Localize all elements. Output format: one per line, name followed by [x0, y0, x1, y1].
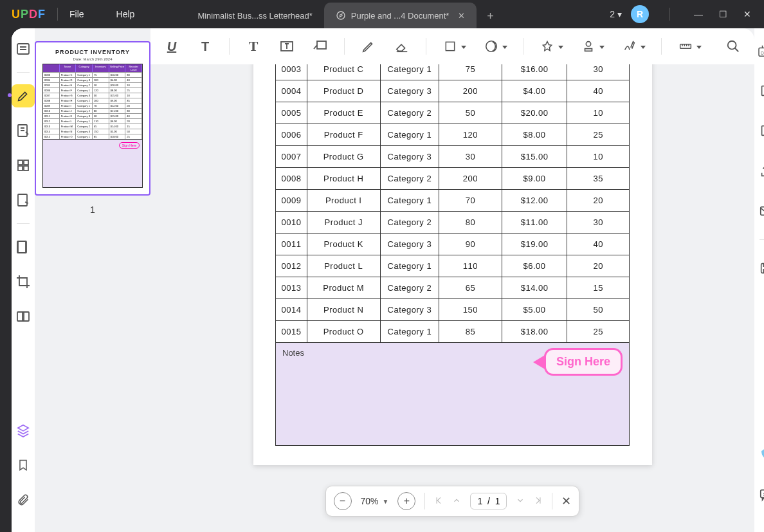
- svg-rect-13: [317, 41, 326, 49]
- first-page-button[interactable]: [434, 496, 443, 507]
- divider: [661, 38, 662, 55]
- eraser-icon[interactable]: [392, 37, 412, 56]
- share-icon[interactable]: [754, 160, 764, 183]
- table-cell: 70: [439, 190, 502, 212]
- prev-page-button[interactable]: [452, 496, 461, 507]
- svg-rect-4: [24, 160, 28, 165]
- edit-text-icon[interactable]: [12, 119, 35, 142]
- thumb-page-number: 1: [90, 205, 95, 215]
- workspace: PRODUCT INVENTORY Date: March 29th 2024 …: [12, 28, 764, 532]
- compare-icon[interactable]: [12, 305, 35, 328]
- user-count[interactable]: 2 ▾: [610, 9, 622, 19]
- email-icon[interactable]: [754, 199, 764, 223]
- table-cell: $18.00: [502, 321, 567, 343]
- thumb-doc-date: Date: March 29th 2024: [42, 57, 143, 61]
- attachment-icon[interactable]: [12, 488, 35, 511]
- organize-pages-icon[interactable]: [12, 154, 35, 177]
- text-style-icon[interactable]: T: [196, 37, 215, 56]
- zoom-level-dropdown[interactable]: 70% ▼: [361, 496, 389, 506]
- table-cell: 0003: [276, 64, 307, 80]
- window-close-button[interactable]: ✕: [740, 9, 755, 19]
- svg-rect-22: [762, 126, 764, 136]
- page-indicator[interactable]: 1 / 1: [470, 493, 507, 509]
- ai-assistant-icon[interactable]: [754, 443, 764, 466]
- table-row: 0008Product HCategory 2200$9.0035: [276, 168, 630, 190]
- convert-icon[interactable]: [754, 80, 764, 103]
- total-pages: 1: [495, 496, 500, 506]
- svg-point-0: [337, 12, 345, 19]
- shape-picker[interactable]: [441, 37, 460, 56]
- table-cell: Category 3: [380, 146, 439, 168]
- textbox-icon[interactable]: [277, 37, 296, 56]
- window-minimize-button[interactable]: —: [691, 9, 706, 19]
- comment-icon[interactable]: [754, 483, 764, 506]
- close-controls-button[interactable]: ✕: [561, 494, 571, 508]
- table-cell: $11.00: [502, 212, 567, 234]
- svg-rect-7: [18, 194, 27, 206]
- table-cell: Product L: [307, 255, 380, 277]
- crop-icon[interactable]: [12, 270, 35, 293]
- table-cell: 30: [567, 64, 630, 80]
- table-cell: Category 2: [380, 168, 439, 190]
- layers-icon[interactable]: [12, 419, 35, 442]
- menu-file[interactable]: File: [69, 9, 84, 19]
- tab-inactive[interactable]: Minimalist Bus...ss Letterhead*: [186, 3, 323, 28]
- table-cell: Category 3: [380, 299, 439, 321]
- ocr-icon[interactable]: OCR: [754, 40, 764, 63]
- table-cell: 80: [439, 212, 502, 234]
- reader-mode-icon[interactable]: [12, 37, 35, 60]
- table-cell: Product F: [307, 124, 380, 146]
- table-cell: Category 2: [380, 212, 439, 234]
- avatar[interactable]: R: [631, 5, 649, 23]
- divider: [669, 8, 670, 21]
- divider: [229, 38, 230, 55]
- menu-help[interactable]: Help: [116, 9, 135, 19]
- thumb-doc-title: PRODUCT INVENTORY: [42, 49, 143, 55]
- fill-sign-icon[interactable]: [12, 188, 35, 212]
- protect-icon[interactable]: [754, 120, 764, 143]
- annotation-toolbar: U T T: [150, 28, 754, 64]
- callout-icon[interactable]: [311, 37, 330, 56]
- chevron-down-icon: ▼: [383, 498, 389, 505]
- bookmark-icon[interactable]: [12, 454, 35, 477]
- next-page-button[interactable]: [516, 496, 525, 507]
- redact-icon[interactable]: [12, 235, 35, 259]
- save-icon[interactable]: [754, 257, 764, 280]
- sticker-picker[interactable]: [482, 37, 501, 56]
- text-add-icon[interactable]: T: [244, 37, 263, 56]
- tab-strip: Minimalist Bus...ss Letterhead* Purple a…: [186, 0, 504, 28]
- canvas[interactable]: 0003Product CCategory 175$16.00300004Pro…: [150, 64, 754, 532]
- page-separator: /: [487, 496, 490, 506]
- table-cell: 0007: [276, 146, 307, 168]
- tab-add-button[interactable]: +: [477, 5, 504, 28]
- table-cell: 30: [567, 212, 630, 234]
- table-cell: 40: [567, 234, 630, 255]
- svg-rect-9: [17, 241, 26, 253]
- window-maximize-button[interactable]: ☐: [715, 9, 731, 19]
- table-cell: 0011: [276, 234, 307, 255]
- table-cell: 120: [439, 124, 502, 146]
- measure-picker[interactable]: [676, 37, 695, 56]
- divider: [17, 223, 30, 224]
- tab-close-icon[interactable]: ✕: [458, 11, 465, 21]
- signature-picker[interactable]: [620, 37, 639, 56]
- page-thumbnail[interactable]: PRODUCT INVENTORY Date: March 29th 2024 …: [35, 41, 150, 196]
- zoom-in-button[interactable]: +: [397, 492, 415, 510]
- zoom-out-button[interactable]: −: [334, 492, 352, 510]
- pin-picker[interactable]: [538, 37, 557, 56]
- search-icon[interactable]: [723, 37, 743, 56]
- table-cell: 10: [567, 102, 630, 124]
- table-row: 0012Product LCategory 1110$6.0020: [276, 255, 630, 277]
- tab-active[interactable]: Purple and ...4 Document* ✕: [324, 3, 477, 28]
- stamp-picker[interactable]: [579, 37, 598, 56]
- table-cell: $8.00: [502, 124, 567, 146]
- table-cell: 40: [567, 80, 630, 102]
- pencil-icon[interactable]: [359, 37, 378, 56]
- table-cell: 0013: [276, 277, 307, 299]
- highlight-tool-icon[interactable]: [12, 84, 35, 107]
- sign-here-stamp[interactable]: Sign Here: [533, 348, 623, 376]
- last-page-button[interactable]: [534, 496, 543, 507]
- zoom-value: 70%: [361, 496, 379, 506]
- table-cell: 15: [567, 277, 630, 299]
- underline-icon[interactable]: U: [162, 37, 181, 56]
